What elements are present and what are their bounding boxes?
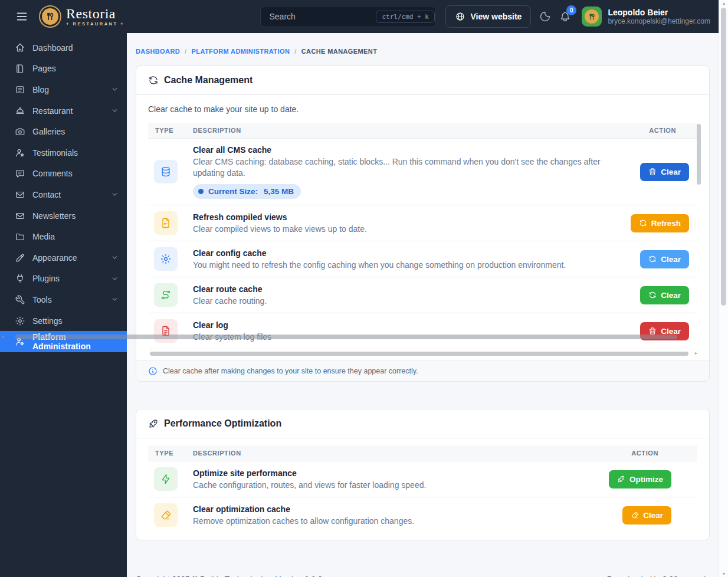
user-name: Leopoldo Beier <box>608 8 710 17</box>
scrollbar-thumb[interactable] <box>721 8 726 306</box>
sidebar-item-dashboard[interactable]: Dashboard <box>0 37 127 58</box>
scrollbar-arrow-left[interactable]: ◂ <box>1 334 4 339</box>
perf-row-clear-optimization-cache: Clear optimization cache Remove optimiza… <box>148 497 697 533</box>
clear-config-cache-button[interactable]: Clear <box>640 250 689 268</box>
row-title: Clear config cache <box>193 248 619 258</box>
sidebar: Dashboard Pages Blog Restaurant Gallerie… <box>0 33 127 577</box>
rocket-icon <box>617 475 625 483</box>
refresh-icon <box>148 75 159 86</box>
hamburger-icon <box>15 10 28 23</box>
row-title: Clear log <box>193 320 619 330</box>
topbar: Restoria + RESTAURANT + ctrl/cmd + k Vie… <box>0 0 719 33</box>
brush-icon <box>15 253 25 263</box>
sidebar-item-tools[interactable]: Tools <box>0 289 127 310</box>
performance-optimization-card: Performance Optimization TYPE DESCRIPTIO… <box>136 409 710 540</box>
logo-title: Restoria <box>66 7 124 20</box>
row-description: Clear CMS caching: database caching, sta… <box>193 156 619 179</box>
database-icon <box>154 160 178 183</box>
refresh-icon <box>639 219 647 227</box>
sidebar-item-media[interactable]: Media <box>0 226 127 247</box>
eraser-icon <box>154 503 178 527</box>
row-title: Clear all CMS cache <box>193 145 619 155</box>
cache-intro-text: Clear cache to make your site up to date… <box>148 104 697 114</box>
menu-toggle-button[interactable] <box>9 6 34 27</box>
app-logo[interactable]: Restoria + RESTAURANT + <box>39 5 124 28</box>
row-description: You might need to refresh the config cac… <box>193 260 619 271</box>
refresh-icon <box>648 255 657 263</box>
cache-card-note: Clear cache after making changes to your… <box>136 360 709 381</box>
cache-row-refresh-compiled-views: Refresh compiled views Clear compiled vi… <box>148 205 697 241</box>
breadcrumb-dashboard[interactable]: DASHBOARD <box>136 48 180 55</box>
sidebar-item-comments[interactable]: Comments <box>0 163 127 185</box>
scrollbar-arrow-down[interactable]: ▼ <box>719 572 728 576</box>
trash-icon <box>648 168 657 176</box>
scrollbar-thumb[interactable] <box>15 335 677 339</box>
table-vertical-scrollbar[interactable] <box>697 124 701 185</box>
page-vertical-scrollbar[interactable]: ▲ ▼ <box>719 0 728 577</box>
card-title: Cache Management <box>164 75 252 86</box>
gear-icon <box>15 316 25 326</box>
row-description: Clear compiled views to make views up to… <box>193 224 619 235</box>
main-content: DASHBOARD / PLATFORM ADMINISTRATION / CA… <box>127 33 719 577</box>
avatar <box>582 6 602 27</box>
row-title: Clear optimization cache <box>193 504 549 514</box>
search-shortcut-hint: ctrl/cmd + k <box>376 11 434 23</box>
optimize-button[interactable]: Optimize <box>609 470 671 489</box>
sidebar-item-settings[interactable]: Settings <box>0 310 127 332</box>
cache-row-clear-all-cms-cache: Clear all CMS cache Clear CMS caching: d… <box>148 139 697 205</box>
chevron-down-icon <box>111 86 119 93</box>
copyright-text: Copyright 2025 © Botble Technologies. Ve… <box>136 575 322 577</box>
sidebar-item-testimonials[interactable]: Testimonials <box>0 142 127 163</box>
refresh-icon <box>648 291 657 299</box>
scrollbar-thumb[interactable] <box>150 352 688 356</box>
sidebar-item-appearance[interactable]: Appearance <box>0 247 127 268</box>
badge-dot-icon <box>198 189 204 194</box>
global-search[interactable]: ctrl/cmd + k <box>260 6 436 27</box>
table-horizontal-scrollbar[interactable]: ▸ <box>148 351 697 357</box>
theme-toggle-button[interactable] <box>539 11 551 22</box>
scrollbar-arrow-right[interactable]: ▸ <box>695 350 697 356</box>
notifications-button[interactable]: 0 <box>559 11 571 22</box>
gear-icon <box>154 247 178 271</box>
route-icon <box>154 283 178 307</box>
user-menu[interactable]: Leopoldo Beier bryce.konopelski@hettinge… <box>582 6 710 27</box>
cloche-icon <box>15 106 25 116</box>
sidebar-item-plugins[interactable]: Plugins <box>0 268 127 290</box>
scrollbar-arrow-up[interactable]: ▲ <box>719 1 728 5</box>
row-description: Cache configuration, routes, and views f… <box>193 480 549 491</box>
card-title: Performance Optimization <box>164 418 281 429</box>
sidebar-item-pages[interactable]: Pages <box>0 58 127 80</box>
view-website-button[interactable]: View website <box>445 5 531 28</box>
breadcrumb: DASHBOARD / PLATFORM ADMINISTRATION / CA… <box>136 48 710 55</box>
clear-route-cache-button[interactable]: Clear <box>640 286 689 304</box>
message-icon <box>15 168 25 179</box>
chevron-down-icon <box>111 254 119 261</box>
page-horizontal-scrollbar[interactable]: ◂ <box>0 333 696 340</box>
column-header-description: DESCRIPTION <box>187 445 555 461</box>
user-email: bryce.konopelski@hettinger.com <box>608 17 710 26</box>
camera-icon <box>15 126 25 137</box>
user-star-icon <box>15 147 25 158</box>
page-load-time: Page loaded in 0.28 seconds <box>607 575 710 577</box>
home-icon <box>15 42 25 53</box>
column-header-description: DESCRIPTION <box>187 123 625 139</box>
search-input[interactable] <box>269 12 376 21</box>
refresh-compiled-views-button[interactable]: Refresh <box>631 214 689 232</box>
column-header-action: ACTION <box>625 123 697 139</box>
sidebar-item-newsletters[interactable]: Newsletters <box>0 205 127 227</box>
clear-cms-cache-button[interactable]: Clear <box>640 163 689 181</box>
sidebar-item-blog[interactable]: Blog <box>0 79 127 100</box>
clear-optimization-cache-button[interactable]: Clear <box>622 506 671 524</box>
breadcrumb-platform-administration[interactable]: PLATFORM ADMINISTRATION <box>192 48 290 55</box>
notification-count-badge: 0 <box>566 5 576 15</box>
column-header-type: TYPE <box>148 445 187 461</box>
sidebar-item-contact[interactable]: Contact <box>0 184 127 205</box>
sidebar-item-restaurant[interactable]: Restaurant <box>0 100 127 122</box>
rocket-icon <box>148 418 159 429</box>
bolt-icon <box>154 467 178 491</box>
mail-icon <box>15 189 25 200</box>
row-description: Clear cache routing. <box>193 296 619 307</box>
current-size-badge: Current Size: 5,35 MB <box>193 184 301 199</box>
column-header-type: TYPE <box>148 123 187 139</box>
sidebar-item-galleries[interactable]: Galleries <box>0 121 127 142</box>
